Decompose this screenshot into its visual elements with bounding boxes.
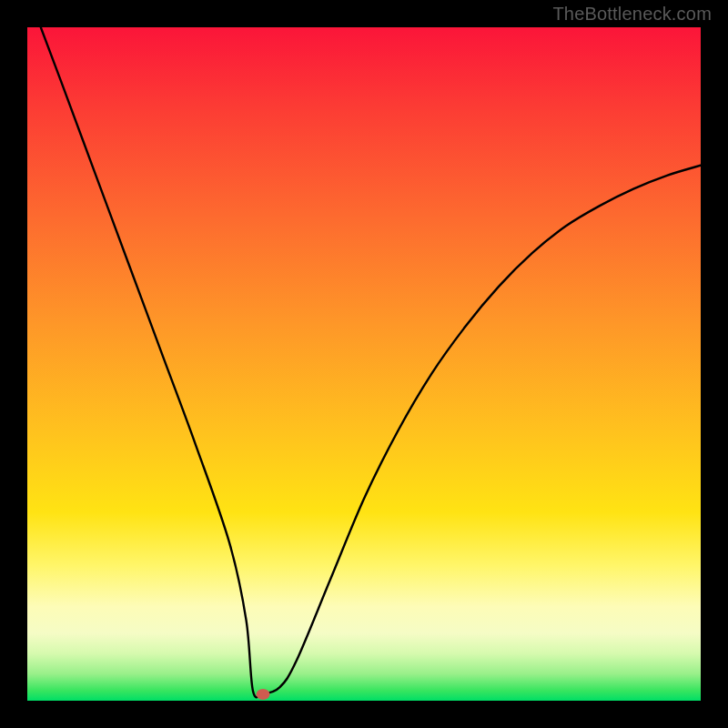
watermark-text: TheBottleneck.com — [552, 4, 712, 25]
plot-area — [27, 27, 701, 701]
chart-curve — [27, 27, 701, 701]
optimum-marker-icon — [257, 689, 270, 700]
